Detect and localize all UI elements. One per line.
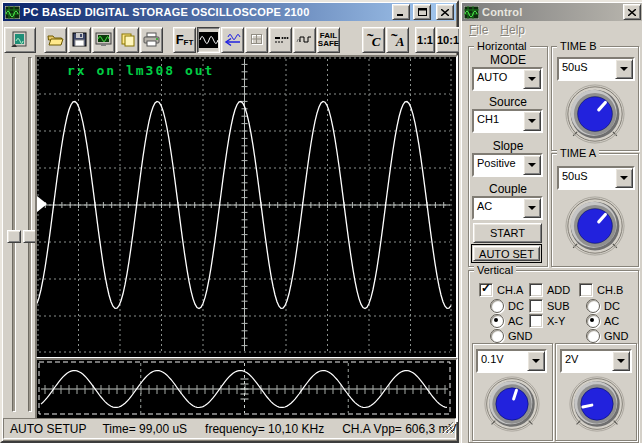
status-bar: AUTO SETUP Time= 99,00 uS frequency= 10,… — [3, 418, 456, 439]
preview-frame — [35, 358, 458, 422]
ch-b-dc-radio[interactable] — [586, 299, 600, 313]
sub-checkbox[interactable]: ✓ — [529, 299, 543, 313]
horizontal-group: Horizontal MODE AUTO Source CH1 Slope Po… — [468, 46, 548, 267]
ch-b-label: CH.B — [597, 284, 623, 296]
capture-display-button[interactable] — [92, 27, 115, 53]
dropdown-arrow-icon[interactable] — [523, 69, 541, 89]
time-b-group: TIME B 50uS — [551, 46, 639, 151]
time-b-legend: TIME B — [557, 40, 600, 52]
recall-waveform-button[interactable] — [221, 27, 244, 53]
source-select[interactable]: CH1 — [472, 109, 543, 133]
menu-help[interactable]: Help — [500, 23, 525, 37]
dropdown-arrow-icon[interactable] — [523, 155, 541, 175]
minimize-button[interactable] — [392, 4, 410, 20]
main-toolbar: FFT FAIL SAFE ~C ~A 1:1 10:1 — [4, 23, 456, 54]
mode-label: MODE — [469, 53, 547, 67]
couple-select[interactable]: AC — [472, 196, 543, 220]
dropdown-arrow-icon[interactable] — [615, 59, 633, 79]
menu-file[interactable]: File — [469, 23, 488, 37]
failsafe-button[interactable]: FAIL SAFE — [317, 27, 340, 53]
time-a-select[interactable]: 50uS — [557, 166, 635, 190]
slope-select[interactable]: Positive — [472, 153, 543, 177]
control-window: Control File Help Horizontal MODE AUTO S… — [459, 0, 642, 443]
source-label: Source — [469, 95, 547, 109]
auto-set-button[interactable]: AUTO SET — [471, 244, 542, 263]
ch-a-range-select[interactable]: 0.1V — [476, 349, 547, 373]
ratio-10-1-button[interactable]: 10:1 — [436, 27, 460, 53]
maximize-button[interactable] — [413, 4, 431, 20]
dotted-trace-button[interactable] — [269, 27, 292, 53]
dropdown-arrow-icon[interactable] — [615, 168, 633, 188]
save-button[interactable] — [68, 27, 91, 53]
probe-c-button[interactable]: ~C — [362, 27, 385, 53]
fft-button[interactable]: FFT — [173, 27, 196, 53]
scope-grid — [38, 58, 451, 352]
dropdown-arrow-icon[interactable] — [523, 198, 541, 218]
time-b-knob[interactable] — [565, 84, 625, 144]
ch-a-knob[interactable] — [484, 376, 540, 432]
status-vpp: CH.A Vpp= 606,3 mV — [342, 422, 456, 436]
open-button[interactable] — [44, 27, 67, 53]
ch-a-dc-radio[interactable] — [490, 299, 504, 313]
notes-button[interactable] — [116, 27, 139, 53]
ch-a-ac-radio[interactable] — [490, 314, 504, 328]
ch-a-checkbox[interactable]: ✓ — [479, 283, 493, 297]
control-menubar: File Help — [462, 22, 642, 38]
resize-grip[interactable] — [441, 421, 454, 437]
mode-select[interactable]: AUTO — [472, 67, 543, 91]
exit-button[interactable] — [4, 27, 36, 53]
grid-toggle-button[interactable] — [245, 27, 268, 53]
window-title: PC BASED DIGITAL STORAGE OSCILLOSCOPE 21… — [23, 6, 389, 18]
control-icon — [464, 6, 479, 19]
close-button[interactable] — [436, 4, 454, 20]
time-a-legend: TIME A — [557, 147, 599, 159]
ch-a-gnd-radio[interactable] — [490, 329, 504, 343]
ch-b-gnd-radio[interactable] — [586, 329, 600, 343]
waveform-mode-button[interactable] — [197, 27, 220, 53]
ch-b-panel: 2V — [555, 343, 637, 441]
status-mode: AUTO SETUP — [10, 422, 86, 436]
probe-a-button[interactable]: ~A — [386, 27, 409, 53]
start-button[interactable]: START — [473, 223, 542, 243]
horizontal-legend: Horizontal — [474, 40, 530, 52]
fft-label: F — [176, 32, 184, 47]
preview-display — [37, 360, 452, 416]
square-wave-button[interactable] — [293, 27, 316, 53]
time-b-select[interactable]: 50uS — [557, 57, 635, 81]
vertical-legend: Vertical — [474, 264, 516, 276]
ch-b-range-select[interactable]: 2V — [560, 349, 632, 373]
couple-label: Couple — [469, 182, 547, 196]
scope-display: rx on lm308 out — [37, 57, 452, 353]
ch-a-label: CH.A — [497, 284, 523, 296]
ch-b-knob[interactable] — [569, 376, 625, 432]
control-window-title: Control — [482, 6, 620, 18]
ch-b-checkbox[interactable]: ✓ — [579, 283, 593, 297]
control-close-button[interactable] — [623, 4, 641, 20]
time-a-group: TIME A 50uS — [551, 153, 639, 267]
time-a-knob[interactable] — [565, 196, 625, 256]
add-label: ADD — [547, 284, 570, 296]
dropdown-arrow-icon[interactable] — [523, 111, 541, 131]
main-titlebar: PC BASED DIGITAL STORAGE OSCILLOSCOPE 21… — [3, 3, 456, 21]
ratio-1-1-button[interactable]: 1:1 — [415, 27, 435, 53]
dropdown-arrow-icon[interactable] — [612, 351, 630, 371]
slider-thumb[interactable] — [7, 230, 21, 243]
vertical-position-slider-a[interactable] — [6, 55, 21, 414]
xy-label: X-Y — [547, 315, 565, 327]
add-checkbox[interactable]: ✓ — [529, 283, 543, 297]
app-icon — [5, 6, 20, 19]
main-window: PC BASED DIGITAL STORAGE OSCILLOSCOPE 21… — [0, 0, 459, 443]
slope-label: Slope — [469, 139, 547, 153]
scope-frame: rx on lm308 out — [35, 55, 458, 359]
print-button[interactable] — [140, 27, 163, 53]
vertical-group: Vertical ✓CH.A ✓ADD ✓CH.B DC ✓SUB DC AC … — [468, 270, 639, 443]
ch-a-panel: 0.1V — [472, 343, 553, 441]
sub-label: SUB — [547, 300, 570, 312]
dropdown-arrow-icon[interactable] — [527, 351, 545, 371]
scope-annotation: rx on lm308 out — [67, 63, 214, 78]
control-titlebar: Control — [462, 3, 642, 21]
xy-checkbox[interactable]: ✓ — [529, 314, 543, 328]
trigger-marker[interactable] — [37, 196, 47, 212]
status-time: Time= 99,00 uS — [102, 422, 187, 436]
ch-b-ac-radio[interactable] — [586, 314, 600, 328]
